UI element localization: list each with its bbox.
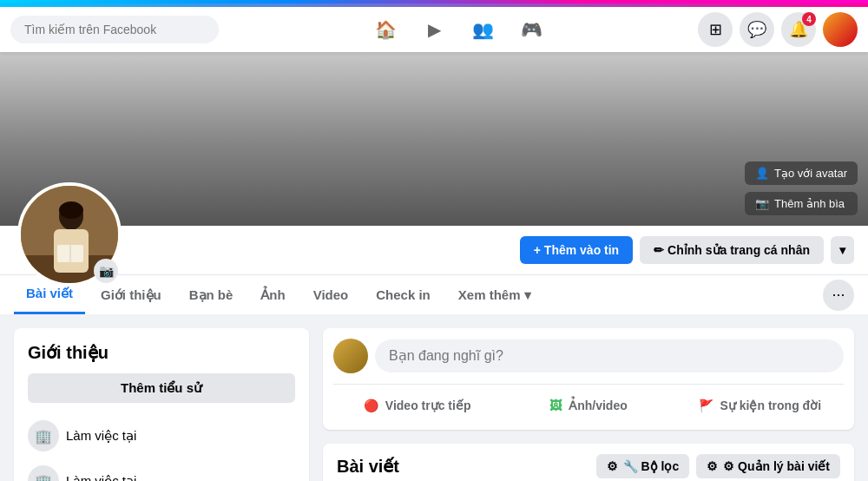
photo-video-button[interactable]: 🖼 Ảnh/video: [504, 392, 672, 419]
work-item-1[interactable]: 🏢 Làm việc tại: [28, 413, 295, 458]
search-input[interactable]: [10, 16, 219, 43]
intro-card: Giới thiệu Thêm tiểu sử 🏢 Làm việc tại 🏢…: [14, 328, 309, 481]
notifications-button[interactable]: 🔔 4: [781, 12, 816, 47]
intro-title: Giới thiệu: [28, 342, 295, 363]
live-video-icon: 🔴: [364, 399, 378, 412]
tab-checkin[interactable]: Check in: [364, 277, 443, 313]
main-content: Giới thiệu Thêm tiểu sử 🏢 Làm việc tại 🏢…: [0, 314, 868, 481]
sidebar: Giới thiệu Thêm tiểu sử 🏢 Làm việc tại 🏢…: [14, 328, 309, 481]
filter-button[interactable]: ⚙ 🔧 Bộ lọc: [596, 454, 690, 478]
post-box: 🔴 Video trực tiếp 🖼 Ảnh/video 🚩 Sự kiện …: [323, 328, 854, 430]
camera-small-icon: 📷: [99, 264, 114, 278]
edit-profile-button[interactable]: ✏ Chỉnh sửa trang cá nhân: [640, 236, 824, 264]
profile-avatar-wrap: 📷: [17, 182, 122, 287]
chevron-down-icon: ▾: [524, 287, 531, 303]
tab-videos[interactable]: Video: [301, 277, 361, 313]
create-avatar-button[interactable]: 👤 Tạo với avatar: [745, 161, 858, 185]
posts-title: Bài viết: [337, 456, 399, 477]
life-event-button[interactable]: 🚩 Sự kiện trong đời: [676, 392, 844, 419]
post-actions: 🔴 Video trực tiếp 🖼 Ảnh/video 🚩 Sự kiện …: [333, 384, 844, 419]
post-input-row: [333, 339, 844, 373]
camera-icon: 📷: [755, 197, 769, 210]
grid-menu-button[interactable]: ⊞: [698, 12, 733, 47]
photo-icon: 🖼: [549, 399, 562, 412]
profile-section: 📷 + Thêm vào tin ✏ Chỉnh sửa trang cá nh…: [0, 226, 868, 274]
work-item-2[interactable]: 🏢 Làm việc tại: [28, 458, 295, 481]
gaming-nav-btn[interactable]: 🎮: [510, 9, 552, 50]
change-avatar-button[interactable]: 📷: [94, 259, 118, 283]
profile-nav: Bài viết Giới thiệu Bạn bè Ảnh Video Che…: [0, 274, 868, 314]
home-nav-btn[interactable]: 🏠: [365, 9, 406, 50]
nav-right: ⊞ 💬 🔔 4: [698, 12, 858, 47]
posts-header-buttons: ⚙ 🔧 Bộ lọc ⚙ ⚙ Quản lý bài viết: [596, 454, 840, 478]
notification-badge: 4: [802, 12, 816, 26]
filter-icon: ⚙: [607, 459, 618, 473]
cover-buttons: 👤 Tạo với avatar 📷 Thêm ảnh bìa: [745, 161, 858, 215]
top-nav: 🏠 ▶ 👥 🎮 ⊞ 💬 🔔 4: [0, 3, 868, 52]
post-user-avatar: [333, 339, 368, 373]
post-input[interactable]: [375, 339, 844, 372]
nav-icons: 🏠 ▶ 👥 🎮: [219, 9, 698, 50]
tab-more[interactable]: Xem thêm ▾: [446, 277, 543, 313]
cover-area: 👤 Tạo với avatar 📷 Thêm ảnh bìa: [0, 52, 868, 314]
flag-icon: 🚩: [699, 399, 713, 412]
tab-photos[interactable]: Ảnh: [248, 277, 297, 313]
messenger-button[interactable]: 💬: [740, 12, 774, 47]
add-to-story-button[interactable]: + Thêm vào tin: [520, 236, 633, 264]
cover-photo: 👤 Tạo với avatar 📷 Thêm ảnh bìa: [0, 52, 868, 226]
video-nav-btn[interactable]: ▶: [413, 9, 455, 50]
friends-nav-btn[interactable]: 👥: [462, 9, 503, 50]
add-bio-button[interactable]: Thêm tiểu sử: [28, 373, 295, 403]
nav-more-dots-button[interactable]: ···: [823, 280, 854, 311]
svg-point-5: [59, 201, 83, 219]
manage-posts-button[interactable]: ⚙ ⚙ Quản lý bài viết: [696, 454, 840, 478]
profile-actions: + Thêm vào tin ✏ Chỉnh sửa trang cá nhân…: [14, 226, 854, 264]
tab-friends[interactable]: Bạn bè: [177, 277, 246, 313]
manage-icon: ⚙: [707, 459, 718, 473]
work-icon-2: 🏢: [28, 465, 59, 481]
posts-header: Bài viết ⚙ 🔧 Bộ lọc ⚙ ⚙ Quản lý bài viết: [323, 444, 854, 481]
right-content: 🔴 Video trực tiếp 🖼 Ảnh/video 🚩 Sự kiện …: [323, 328, 854, 481]
profile-avatar-nav[interactable]: [823, 12, 858, 47]
live-video-button[interactable]: 🔴 Video trực tiếp: [333, 392, 501, 419]
work-icon-1: 🏢: [28, 420, 59, 451]
more-options-button[interactable]: ▾: [831, 236, 854, 264]
add-cover-photo-button[interactable]: 📷 Thêm ảnh bìa: [745, 192, 858, 215]
avatar-icon: 👤: [755, 167, 769, 180]
